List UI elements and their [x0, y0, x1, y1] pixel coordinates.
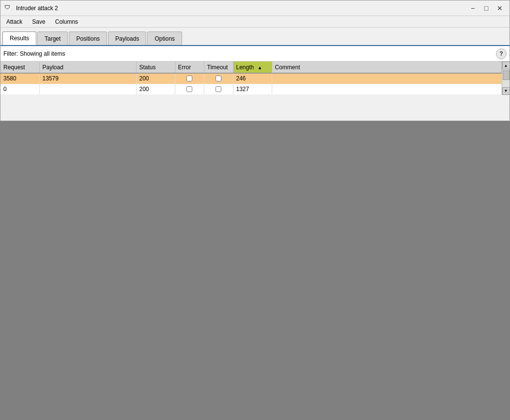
- maximize-button[interactable]: □: [480, 2, 492, 14]
- cell-status: 200: [136, 84, 175, 94]
- tab-payloads[interactable]: Payloads: [108, 31, 146, 45]
- menu-bar: Attack Save Columns: [0, 16, 510, 28]
- app-icon: 🛡: [4, 4, 13, 13]
- col-header-comment[interactable]: Comment: [272, 62, 502, 73]
- col-header-length[interactable]: Length ▲: [233, 62, 272, 73]
- table-header-row: Request Payload Status Error Timeout Len…: [0, 62, 502, 73]
- cell-length: 246: [233, 73, 272, 84]
- timeout-checkbox-0[interactable]: [216, 76, 221, 81]
- cell-comment: [272, 73, 502, 84]
- col-header-payload[interactable]: Payload: [39, 62, 136, 73]
- scroll-down-button[interactable]: ▼: [502, 87, 510, 95]
- col-header-request[interactable]: Request: [0, 62, 39, 73]
- col-header-error[interactable]: Error: [175, 62, 204, 73]
- tab-positions[interactable]: Positions: [69, 31, 107, 45]
- timeout-checkbox-1[interactable]: [216, 86, 221, 92]
- filter-value: Showing all items: [20, 50, 65, 57]
- cell-payload: 13579: [39, 73, 136, 84]
- window-title: Intruder attack 2: [16, 5, 58, 12]
- col-header-timeout[interactable]: Timeout: [204, 62, 233, 73]
- cell-length: 1327: [233, 84, 272, 94]
- title-bar-left: 🛡 Intruder attack 2: [4, 4, 58, 13]
- cell-request: 0: [0, 84, 39, 94]
- results-table: Request Payload Status Error Timeout Len…: [0, 62, 502, 95]
- table-row[interactable]: 0 200: [0, 84, 502, 94]
- cell-comment: [272, 84, 502, 94]
- menu-save[interactable]: Save: [28, 17, 49, 26]
- minimize-button[interactable]: −: [467, 2, 479, 14]
- menu-attack[interactable]: Attack: [2, 17, 26, 26]
- cell-request: 3580: [0, 73, 39, 84]
- main-window: 🛡 Intruder attack 2 − □ ✕ Attack Save Co…: [0, 0, 510, 121]
- scrollbar-thumb[interactable]: [503, 70, 510, 80]
- scrollbar-track: ▲ ▼: [502, 62, 510, 95]
- cell-timeout: [204, 84, 233, 94]
- tab-options[interactable]: Options: [147, 31, 182, 45]
- table-row[interactable]: 3580 13579 200: [0, 73, 502, 84]
- close-button[interactable]: ✕: [494, 2, 506, 14]
- tab-content: Filter: Showing all items ?: [0, 45, 510, 95]
- sort-arrow-icon: ▲: [258, 65, 263, 70]
- error-checkbox-0[interactable]: [186, 76, 192, 81]
- cell-status: 200: [136, 73, 175, 84]
- filter-help-button[interactable]: ?: [496, 48, 507, 59]
- table-scroll[interactable]: Request Payload Status Error Timeout Len…: [0, 62, 502, 95]
- cell-error: [175, 73, 204, 84]
- cell-payload: [39, 84, 136, 94]
- menu-columns[interactable]: Columns: [51, 17, 82, 26]
- tabs-bar: Results Target Positions Payloads Option…: [0, 28, 510, 45]
- tab-target[interactable]: Target: [37, 31, 68, 45]
- filter-label: Filter:: [3, 50, 18, 57]
- title-bar: 🛡 Intruder attack 2 − □ ✕: [0, 0, 510, 16]
- table-container: Request Payload Status Error Timeout Len…: [0, 62, 510, 95]
- error-checkbox-1[interactable]: [186, 86, 192, 92]
- cell-error: [175, 84, 204, 94]
- title-bar-controls: − □ ✕: [467, 2, 506, 14]
- tab-results[interactable]: Results: [2, 31, 36, 45]
- filter-bar: Filter: Showing all items ?: [0, 46, 510, 62]
- col-header-status[interactable]: Status: [136, 62, 175, 73]
- cell-timeout: [204, 73, 233, 84]
- scroll-up-button[interactable]: ▲: [502, 62, 510, 69]
